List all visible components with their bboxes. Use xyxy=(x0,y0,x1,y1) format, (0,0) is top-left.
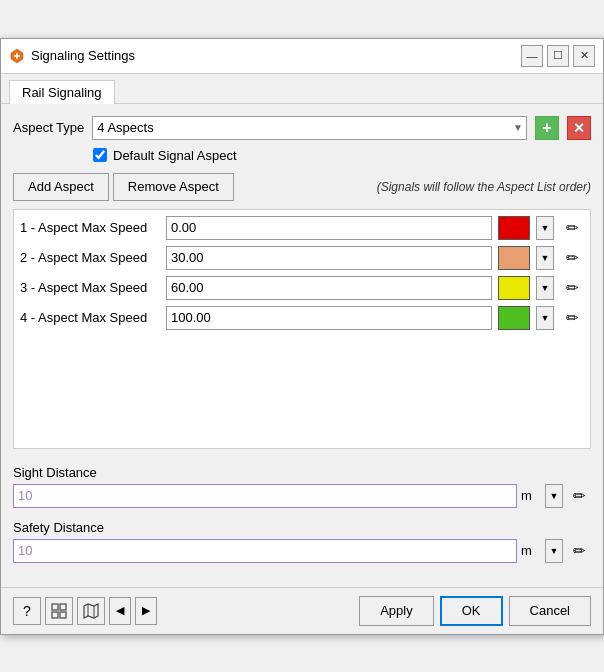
prev-button[interactable]: ◀ xyxy=(109,597,131,625)
aspect-color-dropdown-2[interactable]: ▼ xyxy=(536,246,554,270)
aspect-input-2[interactable] xyxy=(166,246,492,270)
aspect-edit-3[interactable]: ✏ xyxy=(560,276,584,300)
aspects-area: 1 - Aspect Max Speed ▼ ✏ 2 - Aspect Max … xyxy=(13,209,591,449)
svg-rect-3 xyxy=(52,604,58,610)
map-icon xyxy=(83,603,99,619)
window-controls: — ☐ ✕ xyxy=(521,45,595,67)
minimize-button[interactable]: — xyxy=(521,45,543,67)
svg-rect-5 xyxy=(52,612,58,618)
toolbar-left: Add Aspect Remove Aspect xyxy=(13,173,234,201)
aspect-color-2[interactable] xyxy=(498,246,530,270)
remove-aspect-type-button[interactable]: ✕ xyxy=(567,116,591,140)
aspect-color-1[interactable] xyxy=(498,216,530,240)
safety-distance-label: Safety Distance xyxy=(13,520,591,535)
safety-distance-row: m ▼ ✏ xyxy=(13,539,591,563)
cancel-button[interactable]: Cancel xyxy=(509,596,591,626)
close-button[interactable]: ✕ xyxy=(573,45,595,67)
safety-distance-unit: m xyxy=(521,543,541,558)
aspect-color-3[interactable] xyxy=(498,276,530,300)
add-aspect-type-button[interactable]: + xyxy=(535,116,559,140)
grid-button[interactable] xyxy=(45,597,73,625)
aspect-row-3: 3 - Aspect Max Speed ▼ ✏ xyxy=(20,276,584,300)
sight-distance-section: Sight Distance m ▼ ✏ xyxy=(13,465,591,508)
grid-icon xyxy=(51,603,67,619)
default-signal-row: Default Signal Aspect xyxy=(93,148,591,163)
safety-distance-section: Safety Distance m ▼ ✏ xyxy=(13,520,591,563)
aspect-input-4[interactable] xyxy=(166,306,492,330)
sight-distance-edit[interactable]: ✏ xyxy=(567,484,591,508)
remove-aspect-button[interactable]: Remove Aspect xyxy=(113,173,234,201)
aspect-type-select-wrapper: 4 Aspects ▼ xyxy=(92,116,527,140)
ok-button[interactable]: OK xyxy=(440,596,503,626)
sight-distance-input[interactable] xyxy=(13,484,517,508)
svg-marker-7 xyxy=(84,604,98,618)
aspect-label-2: 2 - Aspect Max Speed xyxy=(20,250,160,265)
aspect-color-dropdown-1[interactable]: ▼ xyxy=(536,216,554,240)
help-button[interactable]: ? xyxy=(13,597,41,625)
aspect-color-dropdown-3[interactable]: ▼ xyxy=(536,276,554,300)
aspect-input-3[interactable] xyxy=(166,276,492,300)
aspect-color-dropdown-4[interactable]: ▼ xyxy=(536,306,554,330)
tab-bar: Rail Signaling xyxy=(1,74,603,104)
hint-text: (Signals will follow the Aspect List ord… xyxy=(377,180,591,194)
footer-right-buttons: Apply OK Cancel xyxy=(359,596,591,626)
prev-icon: ◀ xyxy=(116,604,124,617)
add-aspect-button[interactable]: Add Aspect xyxy=(13,173,109,201)
default-signal-checkbox[interactable] xyxy=(93,148,107,162)
safety-distance-edit[interactable]: ✏ xyxy=(567,539,591,563)
aspect-input-1[interactable] xyxy=(166,216,492,240)
apply-button[interactable]: Apply xyxy=(359,596,434,626)
aspect-label-1: 1 - Aspect Max Speed xyxy=(20,220,160,235)
footer-left-buttons: ? ◀ ▶ xyxy=(13,597,157,625)
toolbar-row: Add Aspect Remove Aspect (Signals will f… xyxy=(13,173,591,201)
aspect-label-3: 3 - Aspect Max Speed xyxy=(20,280,160,295)
aspect-label-4: 4 - Aspect Max Speed xyxy=(20,310,160,325)
sight-distance-unit-dropdown[interactable]: ▼ xyxy=(545,484,563,508)
aspect-row-4: 4 - Aspect Max Speed ▼ ✏ xyxy=(20,306,584,330)
aspect-edit-4[interactable]: ✏ xyxy=(560,306,584,330)
maximize-button[interactable]: ☐ xyxy=(547,45,569,67)
svg-rect-6 xyxy=(60,612,66,618)
window-icon xyxy=(9,48,25,64)
sight-distance-label: Sight Distance xyxy=(13,465,591,480)
main-content: Aspect Type 4 Aspects ▼ + ✕ Default Sign… xyxy=(1,104,603,587)
tab-rail-signaling[interactable]: Rail Signaling xyxy=(9,80,115,104)
next-button[interactable]: ▶ xyxy=(135,597,157,625)
svg-rect-4 xyxy=(60,604,66,610)
safety-distance-input[interactable] xyxy=(13,539,517,563)
sight-distance-unit: m xyxy=(521,488,541,503)
aspect-row-2: 2 - Aspect Max Speed ▼ ✏ xyxy=(20,246,584,270)
aspect-type-select[interactable]: 4 Aspects xyxy=(92,116,527,140)
default-signal-label: Default Signal Aspect xyxy=(113,148,237,163)
aspect-color-4[interactable] xyxy=(498,306,530,330)
next-icon: ▶ xyxy=(142,604,150,617)
footer: ? ◀ ▶ xyxy=(1,587,603,634)
help-icon: ? xyxy=(23,603,31,619)
sight-distance-row: m ▼ ✏ xyxy=(13,484,591,508)
aspect-edit-2[interactable]: ✏ xyxy=(560,246,584,270)
main-window: Signaling Settings — ☐ ✕ Rail Signaling … xyxy=(0,38,604,635)
aspect-type-row: Aspect Type 4 Aspects ▼ + ✕ xyxy=(13,116,591,140)
window-title: Signaling Settings xyxy=(31,48,515,63)
map-button[interactable] xyxy=(77,597,105,625)
aspect-edit-1[interactable]: ✏ xyxy=(560,216,584,240)
aspect-row-1: 1 - Aspect Max Speed ▼ ✏ xyxy=(20,216,584,240)
safety-distance-unit-dropdown[interactable]: ▼ xyxy=(545,539,563,563)
aspect-type-label: Aspect Type xyxy=(13,120,84,135)
title-bar: Signaling Settings — ☐ ✕ xyxy=(1,39,603,74)
